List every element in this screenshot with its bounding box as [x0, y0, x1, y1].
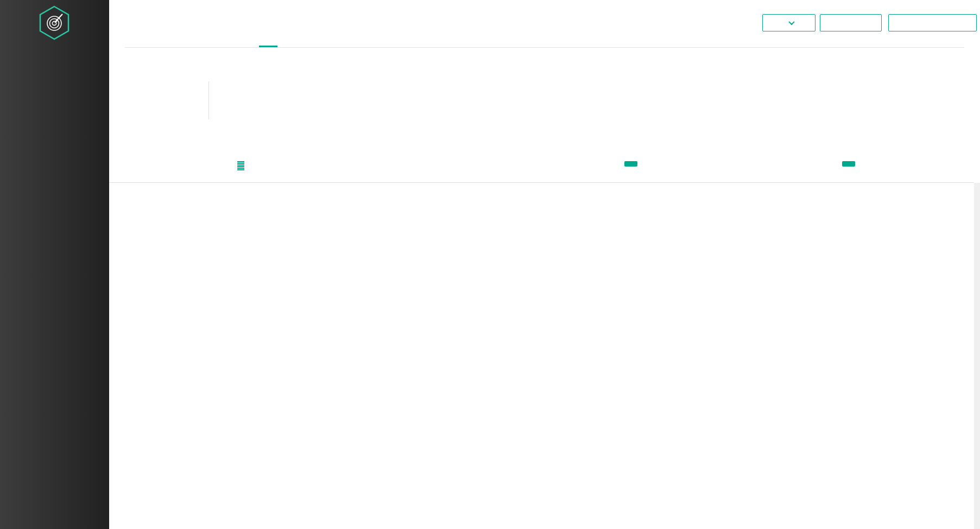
state-donut-chart	[243, 85, 279, 121]
show-all-button[interactable]	[820, 14, 882, 31]
stat-vip	[135, 76, 200, 82]
stat-new	[288, 76, 353, 82]
table-header-line	[109, 182, 974, 183]
sidebar-footer	[0, 510, 109, 523]
chevron-down-icon	[788, 19, 794, 25]
kaspersky-logo-icon	[36, 5, 72, 41]
export-all-button[interactable]	[888, 14, 977, 31]
stat-low	[709, 76, 774, 82]
stat-processed	[425, 76, 490, 82]
header-separator	[125, 47, 964, 48]
filter-chip-technologies[interactable]	[842, 161, 855, 167]
vertical-scrollbar[interactable]	[974, 183, 980, 529]
stat-in-progress	[352, 76, 418, 82]
filter-chip-source-address[interactable]	[624, 161, 637, 167]
stat-high	[597, 76, 662, 82]
stats-divider	[208, 81, 209, 119]
severity-donut-chart	[550, 85, 586, 121]
importance-column-icon[interactable]	[237, 161, 244, 170]
sidebar	[0, 0, 109, 529]
filters-button[interactable]	[762, 14, 815, 31]
kaspersky-ataa-window	[0, 0, 980, 529]
